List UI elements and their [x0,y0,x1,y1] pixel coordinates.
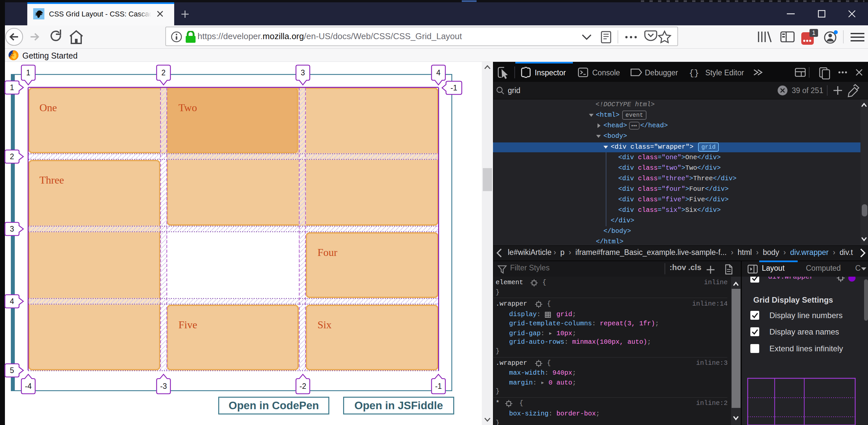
svg-text:Two: Two [179,102,197,113]
svg-text:-2: -2 [300,382,306,391]
svg-text:2: 2 [161,68,166,77]
svg-text:-4: -4 [25,382,32,391]
svg-text:3: 3 [10,225,14,233]
svg-text:-1: -1 [451,84,457,92]
svg-text:5: 5 [10,366,14,375]
svg-text:Five: Five [179,319,197,331]
svg-text:One: One [39,102,57,113]
svg-text:-3: -3 [160,382,167,391]
svg-text:Four: Four [317,246,338,258]
svg-text:4: 4 [436,68,441,77]
svg-text:-1: -1 [435,382,442,391]
svg-text:3: 3 [301,68,305,77]
svg-text:Six: Six [317,319,332,331]
svg-text:2: 2 [10,152,14,161]
svg-text:Three: Three [39,174,64,186]
svg-text:1: 1 [10,83,14,92]
svg-text:1: 1 [26,68,31,77]
svg-text:4: 4 [10,297,14,306]
